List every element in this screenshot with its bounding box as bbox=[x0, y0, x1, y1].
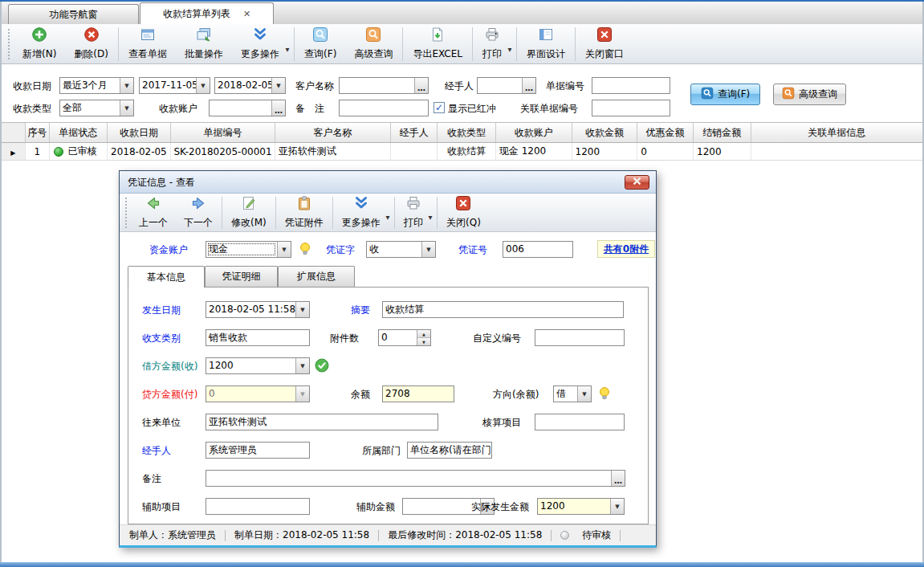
project-input[interactable] bbox=[535, 414, 625, 430]
chevron-down-icon[interactable] bbox=[295, 302, 309, 317]
dialog-more-actions-button[interactable]: 更多操作 bbox=[334, 195, 389, 230]
button-label: 界面设计 bbox=[527, 47, 565, 61]
handler-input[interactable] bbox=[477, 77, 536, 94]
partner-input[interactable]: 亚拓软件测试 bbox=[206, 414, 438, 430]
date-range-select[interactable]: 最近3个月 bbox=[59, 77, 134, 94]
debit-amount-select[interactable]: 1200 bbox=[206, 357, 310, 374]
handler-input[interactable]: 系统管理员 bbox=[206, 442, 310, 459]
tab-voucher-detail[interactable]: 凭证明细 bbox=[205, 266, 278, 287]
receive-account-input[interactable] bbox=[209, 100, 286, 116]
col-header-handler[interactable]: 经手人 bbox=[391, 123, 438, 142]
spinner-buttons[interactable] bbox=[417, 330, 430, 345]
query-button[interactable]: 查询(F) bbox=[295, 26, 345, 63]
voucher-word-select[interactable]: 收 bbox=[366, 241, 436, 258]
voucher-attachment-button[interactable]: 凭证附件 bbox=[277, 195, 332, 230]
toolbar-grip bbox=[7, 29, 11, 59]
customer-input[interactable] bbox=[339, 77, 429, 94]
print-button[interactable]: 打印 bbox=[474, 26, 511, 63]
dialog-close-toolbar-button[interactable]: 关闭(Q) bbox=[438, 195, 489, 230]
date-to-select[interactable]: 2018-02-05 bbox=[214, 77, 286, 94]
col-header-type[interactable]: 收款类型 bbox=[438, 123, 496, 142]
next-button[interactable]: 下一个 bbox=[176, 195, 221, 230]
col-header-customer[interactable]: 客户名称 bbox=[275, 123, 392, 142]
tab-receipt-list[interactable]: 收款结算单列表 bbox=[140, 2, 274, 24]
chevron-down-icon[interactable] bbox=[271, 78, 285, 93]
dialog-title-bar[interactable]: 凭证信息 - 查看 bbox=[120, 171, 656, 194]
advanced-query-action-button[interactable]: 高级查询 bbox=[773, 84, 846, 105]
add-button[interactable]: 新增(N) bbox=[14, 26, 65, 63]
chevron-down-icon[interactable] bbox=[120, 78, 133, 93]
dialog-print-button[interactable]: 打印 bbox=[396, 195, 431, 230]
view-document-button[interactable]: 查看单据 bbox=[120, 26, 176, 63]
col-header-account[interactable]: 收款账户 bbox=[496, 123, 572, 142]
modify-button[interactable]: 修改(M) bbox=[223, 195, 275, 230]
chevron-down-icon[interactable] bbox=[196, 78, 210, 93]
col-header-doc-no[interactable]: 单据编号 bbox=[171, 123, 275, 142]
spin-down-icon[interactable] bbox=[417, 338, 430, 345]
close-window-button[interactable]: 关闭窗口 bbox=[576, 26, 633, 63]
advanced-query-button[interactable]: 高级查询 bbox=[345, 26, 401, 63]
receive-type-select[interactable]: 全部 bbox=[59, 100, 134, 116]
note-input[interactable] bbox=[206, 470, 625, 487]
ellipsis-icon[interactable] bbox=[271, 100, 285, 116]
category-input[interactable]: 销售收款 bbox=[206, 329, 310, 346]
lightbulb-icon[interactable] bbox=[597, 385, 612, 402]
fund-account-select[interactable]: 现金 bbox=[206, 241, 291, 258]
aux-project-input[interactable] bbox=[206, 498, 310, 515]
col-header-date[interactable]: 收款日期 bbox=[108, 123, 172, 142]
actual-amount-select[interactable]: 1200 bbox=[537, 498, 625, 515]
related-doc-input[interactable] bbox=[592, 100, 670, 116]
ui-design-button[interactable]: 界面设计 bbox=[518, 26, 574, 63]
col-header-settled[interactable]: 结销金额 bbox=[694, 123, 751, 142]
summary-input[interactable]: 收款结算 bbox=[382, 301, 624, 318]
doc-no-input[interactable] bbox=[592, 77, 670, 94]
grid-header-row: 序号 单据状态 收款日期 单据编号 客户名称 经手人 收款类型 收款账户 收款金… bbox=[2, 122, 922, 143]
dialog-close-button[interactable] bbox=[625, 175, 649, 190]
chevron-down-icon[interactable] bbox=[295, 358, 309, 373]
lightbulb-icon[interactable] bbox=[298, 241, 312, 257]
batch-actions-button[interactable]: 批量操作 bbox=[176, 26, 232, 63]
button-label: 高级查询 bbox=[799, 88, 837, 101]
previous-button[interactable]: 上一个 bbox=[131, 195, 176, 230]
chevron-down-icon[interactable] bbox=[277, 242, 291, 257]
occur-date-select[interactable]: 2018-02-05 11:58 bbox=[206, 301, 310, 318]
col-header-related[interactable]: 关联单据信息 bbox=[751, 123, 922, 142]
more-actions-button[interactable]: 更多操作 bbox=[232, 26, 288, 63]
custom-no-input[interactable] bbox=[535, 329, 625, 346]
chevron-down-icon[interactable] bbox=[610, 499, 624, 514]
export-excel-button[interactable]: 导出EXCEL bbox=[404, 26, 471, 63]
tab-close-icon[interactable] bbox=[243, 10, 250, 18]
attachment-count-link[interactable]: 共有0附件 bbox=[597, 240, 655, 258]
spin-up-icon[interactable] bbox=[417, 330, 430, 338]
tab-nav-window[interactable]: 功能导航窗 bbox=[8, 4, 139, 24]
attach-count-stepper[interactable]: 0 bbox=[378, 329, 431, 346]
col-header-discount[interactable]: 优惠金额 bbox=[637, 123, 694, 142]
table-row[interactable]: 1 已审核 2018-02-05 SK-20180205-00001 亚拓软件测… bbox=[2, 143, 922, 161]
tab-basic-info[interactable]: 基本信息 bbox=[128, 266, 205, 288]
chevron-down-icon[interactable] bbox=[120, 100, 133, 116]
voucher-no-input[interactable]: 006 bbox=[503, 241, 573, 258]
tab-extended-info[interactable]: 扩展信息 bbox=[278, 266, 355, 287]
print-dropdown-caret[interactable] bbox=[428, 214, 433, 222]
summary-label: 摘要 bbox=[351, 302, 370, 319]
date-from-select[interactable]: 2017-11-05 bbox=[139, 77, 210, 94]
chevron-down-icon[interactable] bbox=[421, 242, 435, 257]
ellipsis-icon[interactable] bbox=[522, 78, 535, 93]
col-header-status[interactable]: 单据状态 bbox=[50, 123, 108, 142]
direction-select[interactable]: 借 bbox=[553, 385, 592, 402]
show-red-checkbox[interactable] bbox=[434, 102, 445, 113]
remark-input[interactable] bbox=[339, 100, 429, 116]
print-dropdown-caret[interactable] bbox=[507, 46, 512, 53]
more-actions-dropdown-caret[interactable] bbox=[385, 214, 390, 222]
credit-amount-select[interactable]: 0 bbox=[206, 385, 310, 402]
chevron-down-icon[interactable] bbox=[577, 386, 591, 402]
col-header-amount[interactable]: 收款金额 bbox=[572, 123, 638, 142]
handler-value: 系统管理员 bbox=[206, 443, 309, 458]
ellipsis-icon[interactable] bbox=[414, 78, 428, 93]
delete-button[interactable]: 删除(D) bbox=[65, 26, 117, 63]
query-action-button[interactable]: 查询(F) bbox=[690, 84, 760, 105]
col-header-seq[interactable]: 序号 bbox=[26, 123, 50, 142]
department-input[interactable]: 单位名称(请在部门 bbox=[407, 442, 492, 459]
ellipsis-icon[interactable] bbox=[611, 471, 625, 486]
more-actions-dropdown-caret[interactable] bbox=[285, 46, 290, 53]
